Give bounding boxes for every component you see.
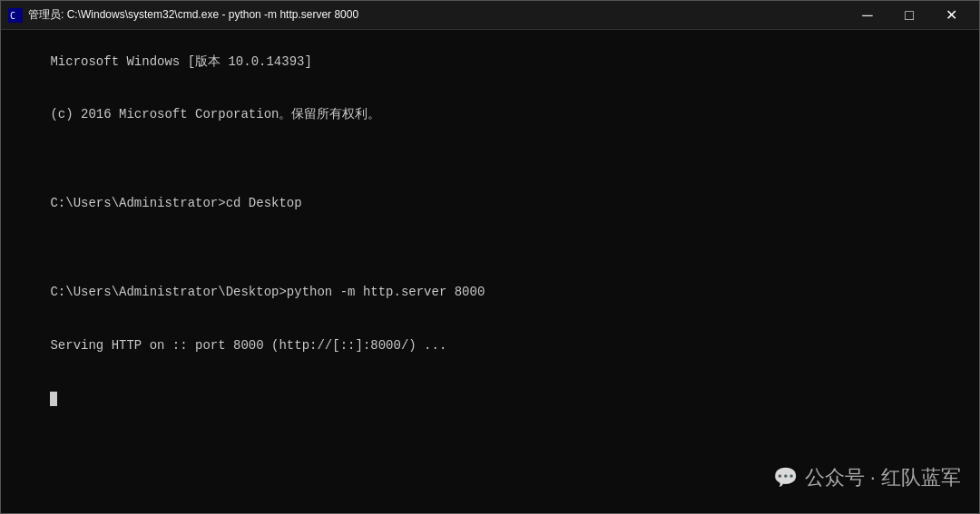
console-line2: (c) 2016 Microsoft Corporation。保留所有权利。 [50, 107, 380, 121]
console-body[interactable]: Microsoft Windows [版本 10.0.14393] (c) 20… [1, 30, 979, 513]
title-bar-controls: ─ □ ✕ [847, 1, 972, 30]
svg-text:C: C [10, 11, 15, 21]
close-button[interactable]: ✕ [930, 1, 972, 30]
title-bar-left: C 管理员: C:\Windows\system32\cmd.exe - pyt… [8, 7, 358, 23]
minimize-button[interactable]: ─ [847, 1, 888, 30]
console-line4: C:\Users\Administrator>cd Desktop [50, 196, 301, 210]
cmd-icon: C [8, 8, 23, 23]
window-title: 管理员: C:\Windows\system32\cmd.exe - pytho… [28, 7, 358, 23]
console-line1: Microsoft Windows [版本 10.0.14393] [50, 54, 311, 69]
console-line6: C:\Users\Administrator\Desktop>python -m… [50, 285, 485, 299]
maximize-button[interactable]: □ [888, 1, 930, 30]
cmd-window: C 管理员: C:\Windows\system32\cmd.exe - pyt… [0, 0, 980, 514]
watermark-text: 公众号 · 红队蓝军 [805, 464, 961, 491]
title-bar: C 管理员: C:\Windows\system32\cmd.exe - pyt… [1, 1, 979, 30]
wechat-icon: 💬 [773, 466, 798, 490]
console-line7: Serving HTTP on :: port 8000 (http://[::… [50, 338, 446, 353]
watermark: 💬 公众号 · 红队蓝军 [773, 464, 961, 491]
cursor [50, 392, 57, 406]
console-output: Microsoft Windows [版本 10.0.14393] (c) 20… [5, 35, 975, 426]
